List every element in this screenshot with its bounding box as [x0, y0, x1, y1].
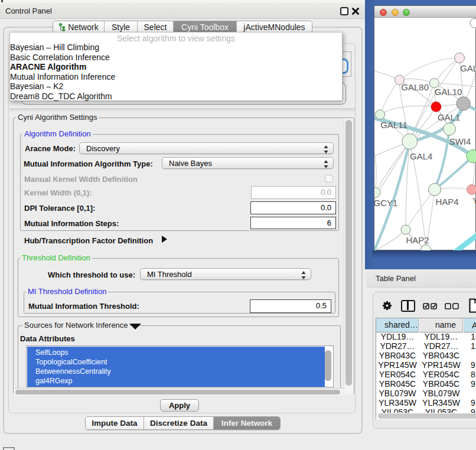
- svg-text:GCY1: GCY1: [374, 198, 397, 208]
- svg-text:YM: YM: [472, 195, 476, 206]
- svg-text:GAL7: GAL7: [460, 63, 476, 73]
- svg-text:GAL4: GAL4: [410, 151, 432, 161]
- svg-text:GAL11: GAL11: [380, 120, 407, 130]
- svg-text:HAP4: HAP4: [435, 197, 458, 207]
- svg-text:GAL1: GAL1: [438, 112, 460, 122]
- svg-text:HAP2: HAP2: [406, 235, 429, 245]
- svg-text:SWI4: SWI4: [449, 136, 471, 146]
- svg-text:GAL10: GAL10: [435, 87, 462, 97]
- svg-text:GAL80: GAL80: [401, 82, 429, 92]
